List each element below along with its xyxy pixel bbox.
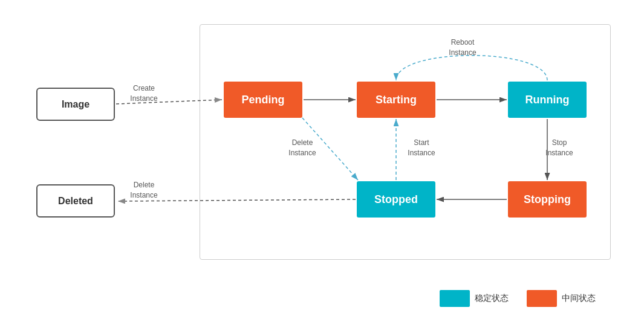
- legend-intermediate: 中间状态: [527, 290, 608, 307]
- start-instance-label: StartInstance: [397, 138, 446, 158]
- reboot-instance-label: RebootInstance: [435, 37, 490, 58]
- stopped-label: Stopped: [374, 193, 418, 206]
- delete-instance-inner-label: DeleteInstance: [278, 138, 327, 158]
- legend-intermediate-label: 中间状态: [562, 293, 596, 304]
- legend-orange-box: [527, 290, 557, 307]
- image-label: Image: [62, 99, 89, 110]
- delete-instance-outer-label: DeleteInstance: [120, 180, 168, 201]
- running-box: Running: [508, 82, 587, 118]
- stop-instance-label: StopInstance: [535, 138, 584, 158]
- running-label: Running: [525, 94, 570, 106]
- stopping-label: Stopping: [524, 193, 571, 206]
- stopping-box: Stopping: [508, 181, 587, 218]
- pending-box: Pending: [224, 82, 302, 118]
- stopped-box: Stopped: [357, 181, 435, 218]
- create-instance-label: CreateInstance: [120, 83, 168, 104]
- legend: 稳定状态 中间状态: [440, 290, 608, 307]
- pending-label: Pending: [242, 94, 285, 106]
- starting-label: Starting: [376, 94, 417, 106]
- legend-cyan-box: [440, 290, 470, 307]
- diagram-container: Image Deleted Pending Starting Running S…: [18, 12, 626, 284]
- deleted-label: Deleted: [58, 196, 93, 207]
- image-box: Image: [36, 88, 115, 121]
- starting-box: Starting: [357, 82, 435, 118]
- deleted-box: Deleted: [36, 184, 115, 218]
- legend-stable-label: 稳定状态: [475, 293, 509, 304]
- legend-stable: 稳定状态: [440, 290, 521, 307]
